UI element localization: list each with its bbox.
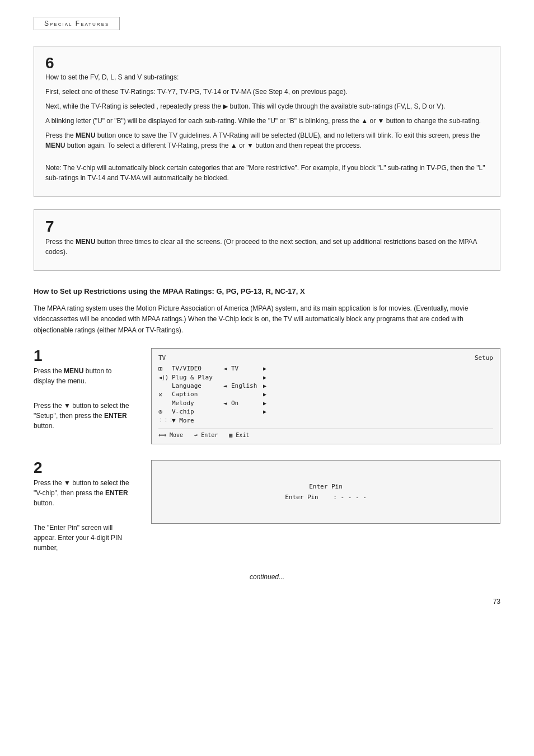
tv-menu-icon-5: ⊙ <box>158 408 171 416</box>
tv-menu-row-4: Melody ◄ On ▶ <box>158 400 493 407</box>
step-1-number: 1 <box>34 348 134 364</box>
mpaa-step-2: 2 Press the ▼ button to select the "V-ch… <box>34 460 500 557</box>
step-2-left: 2 Press the ▼ button to select the "V-ch… <box>34 460 134 557</box>
tv-menu-value-0: TV <box>231 365 262 372</box>
tv-menu-row-2: Language ◄ English ▶ <box>158 382 493 389</box>
tv-menu-label-4: Melody <box>172 400 222 407</box>
footer-enter: ↩ Enter <box>194 432 218 438</box>
tv-menu-rarrow-4: ▶ <box>263 400 270 406</box>
tv-menu-value-2: English <box>231 382 262 389</box>
tv-menu-icon-0: ⊞ <box>158 365 171 373</box>
step-6-para-5: Note: The V-chip will automatically bloc… <box>45 163 489 183</box>
tv-menu-row-6: ⋮⋮⋮ ▼ More <box>158 417 493 424</box>
tv-menu-larrow-4: ◄ <box>223 400 230 406</box>
section-7: 7 Press the MENU button three times to c… <box>34 209 500 271</box>
tv-menu-label-6: ▼ More <box>172 417 222 424</box>
section-6: 6 How to set the FV, D, L, S and V sub-r… <box>34 46 500 197</box>
step-6-para-4: Press the MENU button once to save the T… <box>45 130 489 151</box>
step-1-left: 1 Press the MENU button to display the m… <box>34 348 134 435</box>
tv-menu-value-4: On <box>231 400 262 407</box>
tv-menu: TV Setup ⊞ TV/VIDEO ◄ TV ▶ ◄)) Plug & Pl… <box>151 348 500 444</box>
step-6-number: 6 <box>45 55 489 71</box>
step-6-title: How to set the FV, D, L, S and V sub-rat… <box>45 73 489 81</box>
step-7-number: 7 <box>45 219 489 234</box>
step-2-right: Enter Pin Enter Pin : - - - - <box>151 460 500 524</box>
tv-menu-icon-6: ⋮⋮⋮ <box>158 417 171 423</box>
tv-menu-row-1: ◄)) Plug & Play ▶ <box>158 374 493 381</box>
step-2-instruction-2: The "Enter Pin" screen will appear. Ente… <box>34 523 134 553</box>
tv-menu-label-0: TV/VIDEO <box>172 365 222 372</box>
mpaa-title: How to Set up Restrictions using the MPA… <box>34 287 500 297</box>
step-1-right: TV Setup ⊞ TV/VIDEO ◄ TV ▶ ◄)) Plug & Pl… <box>151 348 500 444</box>
continued-text: continued... <box>34 573 500 581</box>
tv-menu-rarrow-2: ▶ <box>263 383 270 389</box>
tv-menu-header-right: Setup <box>475 354 493 361</box>
tv-menu-larrow-0: ◄ <box>223 365 230 372</box>
tv-menu-rarrow-5: ▶ <box>263 408 270 415</box>
tv-menu-label-2: Language <box>172 382 222 389</box>
step-1-instruction-2: Press the ▼ button to select the "Setup"… <box>34 401 134 431</box>
page-number: 73 <box>34 598 500 605</box>
tv-menu-icon-3: ✕ <box>158 391 171 398</box>
tv-menu-row-0: ⊞ TV/VIDEO ◄ TV ▶ <box>158 365 493 373</box>
step-2-instruction-1: Press the ▼ button to select the "V-chip… <box>34 478 134 508</box>
tv-menu-label-3: Caption <box>172 391 222 398</box>
page-header: Special Features <box>34 17 120 30</box>
tv-menu-label-1: Plug & Play <box>172 374 222 381</box>
pin-label-1: Enter Pin <box>161 483 491 490</box>
step-6-para-2: Next, while the TV-Rating is selected , … <box>45 101 489 111</box>
step-6-para-3: A blinking letter ("U" or "B") will be d… <box>45 116 489 126</box>
footer-move: ⟺ Move <box>158 432 183 438</box>
pin-label-2: Enter Pin : - - - - <box>161 494 491 501</box>
tv-menu-row-3: ✕ Caption ▶ <box>158 391 493 398</box>
mpaa-intro: The MPAA rating system uses the Motion P… <box>34 303 500 336</box>
tv-menu-rarrow-0: ▶ <box>263 365 270 372</box>
tv-menu-larrow-2: ◄ <box>223 383 230 389</box>
tv-menu-icon-1: ◄)) <box>158 374 171 381</box>
tv-menu-header-row: TV Setup <box>158 354 493 361</box>
tv-menu-label-5: V-chip <box>172 408 222 415</box>
mpaa-section: How to Set up Restrictions using the MPA… <box>34 287 500 557</box>
pin-box-inner: Enter Pin Enter Pin : - - - - <box>161 483 491 501</box>
pin-screen: Enter Pin Enter Pin : - - - - <box>151 460 500 524</box>
step-6-para-1: First, select one of these TV-Ratings: T… <box>45 87 489 97</box>
tv-menu-header-left: TV <box>158 354 166 361</box>
footer-exit: ▦ Exit <box>229 432 249 438</box>
step-7-text: Press the MENU button three times to cle… <box>45 237 489 257</box>
step-1-instruction-1: Press the MENU button to display the men… <box>34 366 134 386</box>
tv-menu-rarrow-3: ▶ <box>263 391 270 397</box>
mpaa-step-1: 1 Press the MENU button to display the m… <box>34 348 500 444</box>
tv-menu-footer: ⟺ Move ↩ Enter ▦ Exit <box>158 429 493 438</box>
step-2-number: 2 <box>34 460 134 476</box>
tv-menu-row-5: ⊙ V-chip ▶ <box>158 408 493 416</box>
tv-menu-rarrow-1: ▶ <box>263 374 270 381</box>
